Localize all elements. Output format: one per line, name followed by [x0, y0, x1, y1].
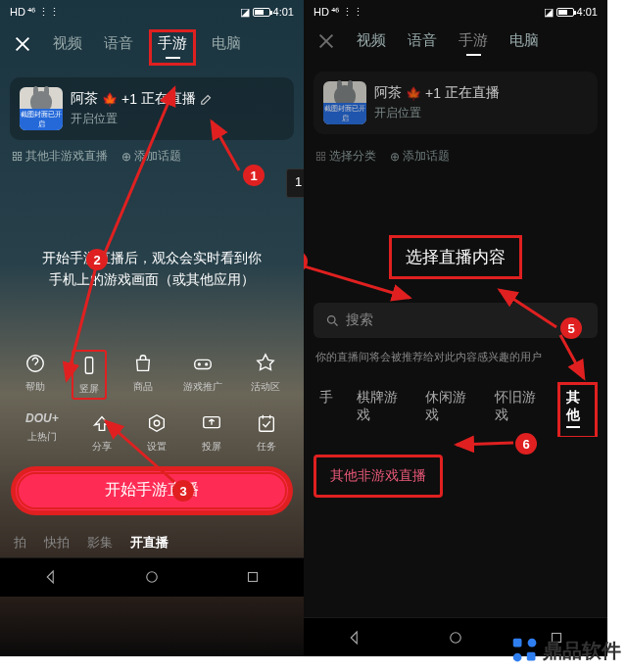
- nav-recent-icon[interactable]: [244, 568, 262, 586]
- help-button[interactable]: 帮助: [24, 352, 47, 398]
- step-badge-6: 6: [515, 433, 537, 455]
- zone-button[interactable]: 活动区: [251, 352, 280, 398]
- cover-thumbnail[interactable]: 截图封面已开启: [323, 81, 366, 124]
- result-item[interactable]: 其他非游戏直播: [314, 455, 443, 498]
- status-bar: HD⁴⁶ ⋮⋮ ◪4:01: [0, 0, 304, 24]
- step-badge-2: 2: [86, 249, 108, 270]
- cast-button[interactable]: 投屏: [200, 411, 223, 454]
- share-button[interactable]: 分享: [90, 411, 114, 454]
- category-chip[interactable]: 其他非游戏直播: [12, 148, 108, 165]
- svg-rect-21: [321, 157, 324, 160]
- nav-bar: [0, 557, 304, 597]
- icon-row-2: DOU+上热门 分享 设置 投屏 任务: [10, 411, 294, 454]
- category-chip[interactable]: 选择分类: [315, 148, 376, 165]
- svg-rect-3: [18, 157, 21, 160]
- svg-point-30: [528, 639, 537, 648]
- svg-line-28: [457, 443, 513, 445]
- status-bar-right: HD⁴⁶ ⋮⋮ ◪4:01: [304, 0, 607, 24]
- stream-card-dim: 截图封面已开启 阿茶🍁+1正在直播 开启位置: [314, 72, 598, 134]
- tab-pc[interactable]: 电脑: [212, 34, 241, 53]
- topic-chip[interactable]: ⊕添加话题: [121, 148, 181, 165]
- svg-point-12: [147, 572, 158, 583]
- nav-back-icon[interactable]: [346, 629, 363, 647]
- svg-point-23: [451, 632, 461, 643]
- step-badge-1: 1: [243, 165, 265, 186]
- search-input[interactable]: 搜索: [314, 303, 598, 338]
- svg-rect-11: [260, 416, 274, 431]
- location-toggle[interactable]: 开启位置: [71, 111, 214, 127]
- edit-icon[interactable]: [200, 92, 214, 106]
- cat-retro[interactable]: 怀旧游戏: [495, 389, 540, 424]
- cover-thumbnail[interactable]: 截图封面已开启: [20, 87, 63, 130]
- svg-rect-32: [527, 652, 536, 661]
- stream-title[interactable]: 阿茶🍁+1正在直播: [71, 90, 214, 108]
- svg-rect-18: [316, 152, 319, 155]
- watermark-logo-icon: [511, 637, 539, 664]
- start-stream-button[interactable]: 开始手游直播: [14, 469, 290, 512]
- close-icon[interactable]: [317, 32, 335, 50]
- step-badge-5: 5: [560, 317, 582, 339]
- topic-chip[interactable]: ⊕添加话题: [390, 148, 450, 165]
- right-phone: HD⁴⁶ ⋮⋮ ◪4:01 视频 语音 手游 电脑 截图封面已开启 阿茶🍁+1正…: [304, 0, 607, 656]
- nav-home-icon[interactable]: [447, 629, 464, 647]
- stream-card[interactable]: 截图封面已开启 阿茶🍁+1正在直播 开启位置: [10, 77, 294, 140]
- svg-rect-2: [13, 157, 16, 160]
- svg-rect-29: [513, 639, 522, 648]
- svg-rect-13: [249, 573, 258, 582]
- search-icon: [325, 313, 340, 328]
- nav-back-icon[interactable]: [42, 568, 60, 586]
- tab-voice[interactable]: 语音: [104, 34, 133, 53]
- tab-mobile[interactable]: 手游: [158, 34, 187, 53]
- bottom-tabs: 拍 快拍 影集 开直播: [0, 528, 304, 557]
- svg-rect-1: [18, 152, 21, 155]
- svg-rect-5: [86, 358, 93, 374]
- top-tabs: 视频 语音 手游 电脑: [0, 24, 304, 64]
- svg-point-9: [154, 420, 160, 426]
- top-tabs-right: 视频 语音 手游 电脑: [304, 24, 607, 58]
- tab-mobile[interactable]: 手游: [458, 31, 488, 50]
- icon-row-1: 帮助 竖屏 商品 游戏推广 活动区: [10, 352, 294, 398]
- promote-button[interactable]: 游戏推广: [183, 352, 222, 398]
- watermark: 鼎品软件: [511, 637, 621, 664]
- helper-text: 你的直播间将会被推荐给对此内容感兴趣的用户: [315, 350, 596, 364]
- leaf-icon: 🍁: [102, 92, 118, 107]
- portrait-button[interactable]: 竖屏: [72, 350, 107, 400]
- tab-video[interactable]: 视频: [357, 31, 386, 50]
- section-title: 选择直播内容: [389, 235, 522, 279]
- float-input[interactable]: 1: [286, 168, 304, 198]
- svg-point-31: [513, 653, 522, 662]
- thumb-badge: 截图封面已开启: [20, 109, 63, 130]
- left-phone: HD⁴⁶ ⋮⋮ ◪4:01 视频 语音 手游 电脑 截图封面已开启 阿茶🍁+1正…: [0, 0, 304, 656]
- tab-video[interactable]: 视频: [53, 34, 82, 53]
- step-badge-4: 4: [304, 251, 308, 272]
- svg-point-8: [206, 363, 208, 365]
- tab-voice[interactable]: 语音: [408, 31, 437, 50]
- svg-rect-20: [316, 157, 319, 160]
- tab-kuai[interactable]: 快拍: [44, 534, 70, 552]
- cat-qipai[interactable]: 棋牌游戏: [357, 389, 402, 424]
- tab-pc[interactable]: 电脑: [509, 31, 539, 50]
- svg-rect-6: [195, 360, 212, 368]
- svg-rect-19: [321, 152, 324, 155]
- cat-other[interactable]: 其他: [566, 389, 580, 422]
- tab-pai[interactable]: 拍: [14, 534, 26, 552]
- settings-button[interactable]: 设置: [145, 411, 169, 454]
- category-row: 手 棋牌游戏 休闲游戏 怀旧游戏 其他: [304, 370, 607, 437]
- tab-ying[interactable]: 影集: [87, 534, 113, 552]
- svg-point-7: [198, 363, 200, 365]
- step-badge-3: 3: [172, 480, 194, 502]
- cat-casual[interactable]: 休闲游戏: [425, 389, 470, 424]
- svg-rect-0: [13, 152, 16, 155]
- dou-icon: DOU+: [25, 411, 59, 425]
- cat-partial[interactable]: 手: [319, 389, 333, 407]
- nav-home-icon[interactable]: [143, 568, 161, 586]
- dou-button[interactable]: DOU+上热门: [25, 411, 59, 454]
- svg-point-22: [328, 315, 336, 323]
- instruction-text: 开始手游直播后，观众会实时看到你 手机上的游戏画面（或其他应用）: [22, 247, 282, 291]
- tab-live[interactable]: 开直播: [130, 534, 169, 552]
- shop-button[interactable]: 商品: [131, 352, 155, 398]
- task-button[interactable]: 任务: [255, 411, 278, 454]
- close-icon[interactable]: [14, 35, 31, 53]
